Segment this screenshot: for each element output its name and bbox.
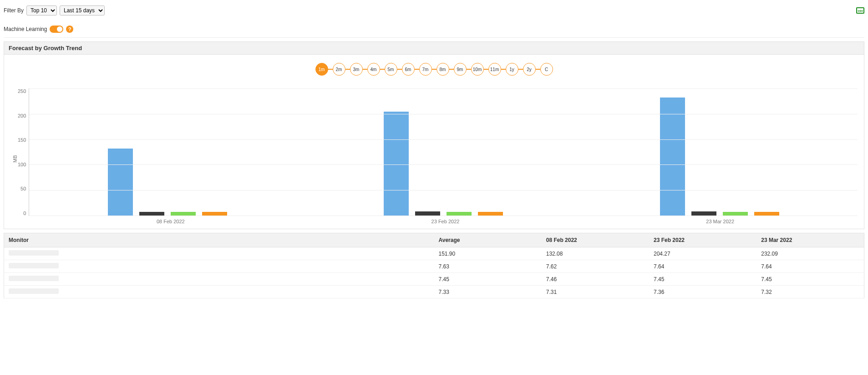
range-button-1y[interactable]: 1y — [506, 63, 518, 76]
range-button-8m[interactable]: 8m — [437, 63, 449, 76]
value-cell: 7.31 — [542, 286, 649, 298]
range-button-2y[interactable]: 2y — [523, 63, 536, 76]
table-body: 151.90132.08204.27232.097.637.627.647.64… — [4, 247, 864, 298]
range-button-6m[interactable]: 6m — [402, 63, 415, 76]
monitor-cell — [4, 273, 434, 286]
value-cell: 7.33 — [434, 286, 542, 298]
value-cell: 232.09 — [756, 247, 864, 260]
range-button-9m[interactable]: 9m — [454, 63, 467, 76]
chart-plot-area — [29, 88, 858, 216]
x-tick-label: 23 Mar 2022 — [583, 216, 858, 224]
range-button-11m[interactable]: 11m — [488, 63, 501, 76]
value-cell: 151.90 — [434, 247, 542, 260]
monitor-cell — [4, 247, 434, 260]
range-separator — [467, 69, 471, 70]
value-cell: 7.63 — [434, 260, 542, 273]
bar[interactable] — [754, 212, 779, 216]
bar[interactable] — [384, 112, 409, 216]
ml-toggle[interactable] — [50, 26, 63, 33]
bar[interactable] — [723, 212, 748, 216]
range-button-4m[interactable]: 4m — [367, 63, 380, 76]
gridline — [29, 114, 858, 114]
table-column-header[interactable]: Monitor — [4, 233, 434, 247]
export-csv-icon[interactable]: csv — [856, 7, 864, 14]
range-button-10m[interactable]: 10m — [471, 63, 484, 76]
value-cell: 7.64 — [756, 260, 864, 273]
table-column-header[interactable]: 23 Mar 2022 — [756, 233, 864, 247]
redacted-monitor-name — [9, 288, 59, 294]
value-cell: 7.46 — [542, 273, 649, 286]
range-separator — [415, 69, 419, 70]
table-row: 151.90132.08204.27232.09 — [4, 247, 864, 260]
y-axis-ticks: 250200150100500 — [18, 88, 29, 216]
filter-bar: Filter By Top 10 Last 15 days csv — [4, 4, 864, 17]
forecast-panel: Forecast by Growth Trend 1m2m3m4m5m6m7m8… — [4, 41, 864, 229]
bar[interactable] — [108, 149, 133, 216]
ml-label: Machine Learning — [4, 26, 47, 32]
table-column-header[interactable]: 23 Feb 2022 — [649, 233, 756, 247]
bar[interactable] — [171, 212, 196, 216]
bar[interactable] — [202, 212, 227, 216]
bar[interactable] — [139, 212, 164, 216]
value-cell: 7.64 — [649, 260, 756, 273]
help-icon-label: ? — [68, 26, 71, 32]
csv-icon-label: csv — [858, 9, 863, 12]
bar[interactable] — [478, 212, 503, 216]
bar[interactable] — [691, 211, 716, 216]
range-button-7m[interactable]: 7m — [419, 63, 432, 76]
y-tick-label: 50 — [20, 186, 26, 191]
range-button-2m[interactable]: 2m — [333, 63, 345, 76]
range-selector: 1m2m3m4m5m6m7m8m9m10m11m1y2yC — [10, 63, 858, 76]
gridline — [29, 88, 858, 89]
x-tick-label: 08 Feb 2022 — [33, 216, 308, 224]
value-cell: 7.62 — [542, 260, 649, 273]
help-icon[interactable]: ? — [66, 26, 73, 33]
chart-bar-groups — [29, 88, 858, 216]
table-row: 7.457.467.457.45 — [4, 273, 864, 286]
y-axis-title: MB — [10, 88, 18, 216]
value-cell: 7.45 — [649, 273, 756, 286]
bar-group — [305, 88, 582, 216]
y-tick-label: 150 — [18, 137, 26, 143]
panel-body: 1m2m3m4m5m6m7m8m9m10m11m1y2yC MB 2502001… — [4, 55, 864, 229]
ml-row: Machine Learning ? — [4, 17, 864, 38]
value-cell: 132.08 — [542, 247, 649, 260]
filter-top-select[interactable]: Top 10 — [26, 5, 57, 15]
range-button-1m[interactable]: 1m — [315, 63, 328, 76]
y-tick-label: 100 — [18, 162, 26, 167]
y-tick-label: 250 — [18, 88, 26, 94]
range-separator — [328, 69, 333, 70]
table-column-header[interactable]: Average — [434, 233, 542, 247]
range-button-C[interactable]: C — [540, 63, 553, 76]
filter-period-select[interactable]: Last 15 days — [60, 5, 105, 15]
bar[interactable] — [660, 98, 685, 216]
table-column-header[interactable]: 08 Feb 2022 — [542, 233, 649, 247]
monitor-cell — [4, 286, 434, 298]
y-tick-label: 200 — [18, 113, 26, 118]
redacted-monitor-name — [9, 263, 59, 268]
gridline — [29, 190, 858, 190]
y-tick-label: 0 — [23, 211, 26, 216]
range-separator — [380, 69, 385, 70]
panel-title: Forecast by Growth Trend — [4, 42, 864, 55]
range-separator — [484, 69, 488, 70]
gridline — [29, 216, 858, 216]
value-cell: 204.27 — [649, 247, 756, 260]
range-separator — [501, 69, 506, 70]
table-row: 7.337.317.367.32 — [4, 286, 864, 298]
filter-label: Filter By — [4, 7, 24, 14]
x-tick-label: 23 Feb 2022 — [308, 216, 583, 224]
range-separator — [363, 69, 367, 70]
bar[interactable] — [447, 212, 472, 216]
value-cell: 7.45 — [756, 273, 864, 286]
range-separator — [432, 69, 437, 70]
value-cell: 7.45 — [434, 273, 542, 286]
range-button-5m[interactable]: 5m — [385, 63, 397, 76]
bar-group — [581, 88, 858, 216]
range-button-3m[interactable]: 3m — [350, 63, 363, 76]
table-row: 7.637.627.647.64 — [4, 260, 864, 273]
bar[interactable] — [415, 211, 440, 216]
gridline — [29, 164, 858, 165]
range-separator — [449, 69, 454, 70]
table-header-row: MonitorAverage08 Feb 202223 Feb 202223 M… — [4, 233, 864, 247]
